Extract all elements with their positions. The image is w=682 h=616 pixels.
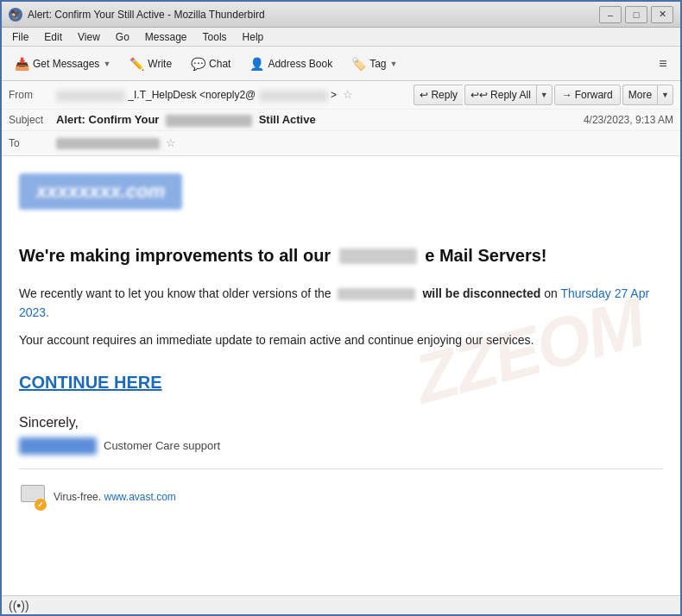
email-date: 4/23/2023, 9:13 AM: [584, 114, 673, 126]
chat-button[interactable]: 💬 Chat: [183, 51, 238, 77]
write-button[interactable]: ✏️ Write: [122, 51, 180, 77]
continue-here-link[interactable]: CONTINUE HERE: [19, 373, 162, 393]
from-value: _I.T_HelpDesk <noreply2@ > ☆: [56, 88, 400, 101]
subject-row: Subject Alert: Confirm Your Still Active…: [2, 110, 680, 131]
minimize-button[interactable]: –: [599, 6, 622, 23]
tag-button[interactable]: 🏷️ Tag ▼: [344, 51, 405, 77]
address-book-icon: 👤: [249, 57, 264, 71]
toolbar: 📥 Get Messages ▼ ✏️ Write 💬 Chat 👤 Addre…: [2, 47, 680, 81]
reply-button[interactable]: ↩ Reply: [414, 85, 463, 105]
menu-go[interactable]: Go: [109, 29, 136, 45]
reply-all-button[interactable]: ↩↩ Reply All: [464, 85, 536, 105]
virus-icon: ✓: [19, 483, 47, 511]
close-button[interactable]: ✕: [651, 6, 673, 23]
to-value: ☆: [56, 136, 673, 149]
window-controls: – □ ✕: [599, 6, 673, 23]
reply-icon: ↩: [420, 89, 428, 101]
to-label: To: [9, 137, 56, 149]
more-dropdown[interactable]: ▼: [657, 85, 673, 105]
check-badge: ✓: [35, 499, 47, 511]
get-messages-button[interactable]: 📥 Get Messages ▼: [7, 51, 118, 77]
subject-value: Alert: Confirm Your Still Active: [56, 113, 584, 127]
tag-arrow[interactable]: ▼: [390, 60, 398, 68]
menu-message[interactable]: Message: [138, 29, 194, 45]
inbox-icon: 📥: [15, 57, 29, 71]
virus-text: Virus-free. www.avast.com: [54, 491, 176, 503]
title-bar: 🦅 Alert: Confirm Your Still Active - Moz…: [2, 2, 680, 28]
from-star-icon[interactable]: ☆: [343, 88, 353, 101]
body-paragraph-1: We recently want to let you know that ol…: [19, 284, 663, 323]
window-title: Alert: Confirm Your Still Active - Mozil…: [28, 9, 599, 21]
sender-logo: [19, 437, 97, 455]
body-divider: [19, 468, 663, 469]
menu-help[interactable]: Help: [236, 29, 271, 45]
from-label: From: [9, 89, 56, 101]
status-bar: ((•)): [2, 595, 680, 614]
maximize-button[interactable]: □: [625, 6, 647, 23]
get-messages-arrow[interactable]: ▼: [103, 60, 111, 68]
reply-button-group: ↩ Reply: [414, 85, 463, 105]
address-book-button[interactable]: 👤 Address Book: [242, 51, 340, 77]
sender-row: Customer Care support: [19, 437, 663, 455]
menu-tools[interactable]: Tools: [196, 29, 234, 45]
subject-label: Subject: [9, 114, 56, 126]
forward-button[interactable]: → Forward: [554, 85, 621, 105]
body-paragraph-2: Your account requires an immediate updat…: [19, 330, 663, 349]
more-button-group: More ▼: [622, 85, 673, 105]
to-star-icon[interactable]: ☆: [166, 136, 176, 149]
tag-icon: 🏷️: [351, 57, 366, 71]
reply-all-dropdown[interactable]: ▼: [536, 85, 553, 105]
app-icon: 🦅: [9, 8, 22, 22]
toolbar-menu-button[interactable]: ≡: [651, 52, 675, 76]
menu-file[interactable]: File: [5, 29, 35, 45]
to-row: To ☆: [2, 131, 680, 155]
chat-icon: 💬: [191, 57, 205, 71]
menu-edit[interactable]: Edit: [37, 29, 69, 45]
email-header: From _I.T_HelpDesk <noreply2@ > ☆ ↩ Repl…: [2, 81, 680, 156]
email-heading: We're making improvements to all our e M…: [19, 244, 663, 267]
wifi-icon: ((•)): [9, 599, 29, 613]
sender-title: Customer Care support: [104, 439, 220, 452]
reply-all-button-group: ↩↩ Reply All ▼: [464, 85, 553, 105]
sincerely-text: Sincerely,: [19, 415, 663, 431]
more-button[interactable]: More: [622, 85, 657, 105]
email-body: ZZEOM xxxxxxxx.com We're making improvem…: [2, 156, 680, 595]
reply-all-icon: ↩↩: [470, 89, 488, 101]
menu-view[interactable]: View: [71, 29, 107, 45]
virus-free-row: ✓ Virus-free. www.avast.com: [19, 476, 663, 518]
menu-bar: File Edit View Go Message Tools Help: [2, 28, 680, 47]
forward-icon: →: [562, 89, 572, 101]
write-icon: ✏️: [129, 57, 144, 71]
thunderbird-window: 🦅 Alert: Confirm Your Still Active - Moz…: [0, 0, 682, 616]
avast-link[interactable]: www.avast.com: [104, 491, 175, 503]
company-logo: xxxxxxxx.com: [19, 173, 182, 210]
